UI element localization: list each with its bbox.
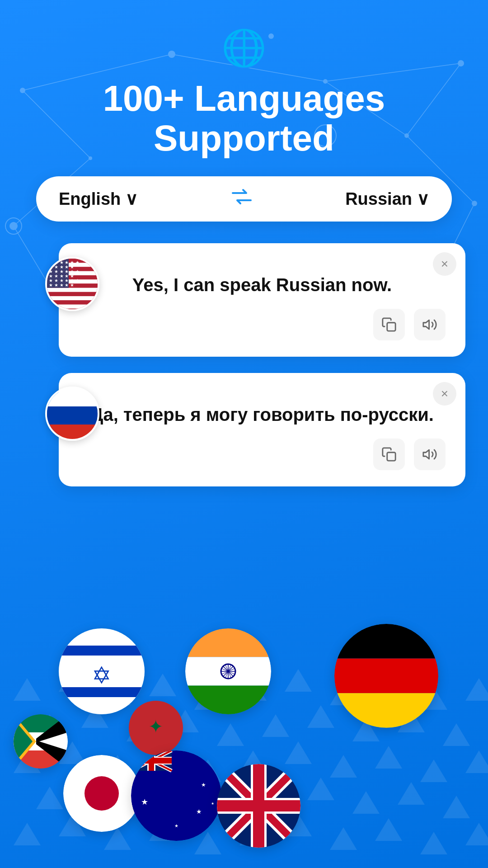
morocco-flag-circle[interactable]: ✦ <box>129 701 183 755</box>
target-copy-button[interactable] <box>373 439 405 470</box>
target-language-chevron: ∨ <box>417 189 429 209</box>
svg-text:✡: ✡ <box>92 662 112 689</box>
target-language-selector[interactable]: Russian ∨ <box>345 189 429 209</box>
target-speak-button[interactable] <box>414 439 446 470</box>
us-flag: ★ ★ ★ ★ ★ ★ ★ ★ ★ ★ ★ ★ ★ ★ ★ ★ ★ ★ ★ ★ … <box>45 257 99 311</box>
svg-rect-86 <box>47 292 99 296</box>
swap-languages-button[interactable] <box>230 188 253 210</box>
target-card-actions <box>79 439 446 470</box>
target-language-label: Russian <box>345 189 412 209</box>
india-flag-circle[interactable] <box>185 628 271 714</box>
svg-rect-128 <box>334 693 438 728</box>
germany-flag-circle[interactable] <box>334 624 438 728</box>
source-card-close-button[interactable]: × <box>433 252 456 276</box>
svg-rect-107 <box>59 687 145 697</box>
svg-rect-103 <box>387 453 395 461</box>
svg-marker-104 <box>423 450 429 459</box>
svg-text:★: ★ <box>201 782 206 788</box>
source-language-selector[interactable]: English ∨ <box>59 189 138 209</box>
svg-point-140 <box>84 776 119 811</box>
svg-rect-112 <box>185 628 271 657</box>
svg-rect-89 <box>47 305 99 309</box>
svg-rect-98 <box>387 323 395 331</box>
svg-rect-101 <box>47 406 99 425</box>
japan-flag-circle[interactable] <box>63 755 140 832</box>
svg-rect-87 <box>47 296 99 300</box>
israel-flag-circle[interactable]: ✡ <box>59 628 145 714</box>
svg-text:★ ★ ★ ★ ★: ★ ★ ★ ★ ★ <box>49 283 74 288</box>
svg-rect-106 <box>59 646 145 656</box>
target-card-close-button[interactable]: × <box>433 382 456 406</box>
svg-rect-88 <box>47 300 99 304</box>
source-language-chevron: ∨ <box>125 189 138 209</box>
svg-text:★: ★ <box>141 797 148 807</box>
svg-text:✦: ✦ <box>148 717 164 736</box>
svg-rect-151 <box>131 758 172 764</box>
svg-rect-114 <box>185 686 271 714</box>
target-translation-text: Да, теперь я могу говорить по-русски. <box>79 405 446 425</box>
svg-text:★: ★ <box>211 802 214 806</box>
uk-flag-circle[interactable] <box>217 764 300 848</box>
source-translation-card: ★ ★ ★ ★ ★ ★ ★ ★ ★ ★ ★ ★ ★ ★ ★ ★ ★ ★ ★ ★ … <box>59 243 465 357</box>
svg-marker-99 <box>423 320 429 329</box>
australia-flag-circle[interactable]: ★ ★ ★ ★ ★ <box>131 750 221 841</box>
svg-rect-85 <box>47 288 99 292</box>
target-translation-card: × Да, теперь я могу говорить по-русски. <box>59 373 465 486</box>
source-language-label: English <box>59 189 121 209</box>
svg-rect-166 <box>217 800 300 811</box>
source-speak-button[interactable] <box>414 309 446 340</box>
svg-rect-127 <box>334 659 438 693</box>
svg-rect-126 <box>334 624 438 659</box>
source-card-actions <box>79 309 446 340</box>
svg-text:★: ★ <box>196 808 202 815</box>
source-translation-text: Yes, I can speak Russian now. <box>79 275 446 295</box>
page-title: 100+ LanguagesSupported <box>85 79 404 158</box>
globe-icon: 🌐 <box>221 27 267 70</box>
svg-rect-100 <box>47 388 99 406</box>
south-africa-flag-circle[interactable] <box>14 714 68 769</box>
source-copy-button[interactable] <box>373 309 405 340</box>
russia-flag <box>45 387 99 441</box>
flags-section: ✡ ✦ <box>0 615 488 868</box>
svg-text:★: ★ <box>174 823 178 828</box>
language-bar: English ∨ Russian ∨ <box>36 176 452 222</box>
